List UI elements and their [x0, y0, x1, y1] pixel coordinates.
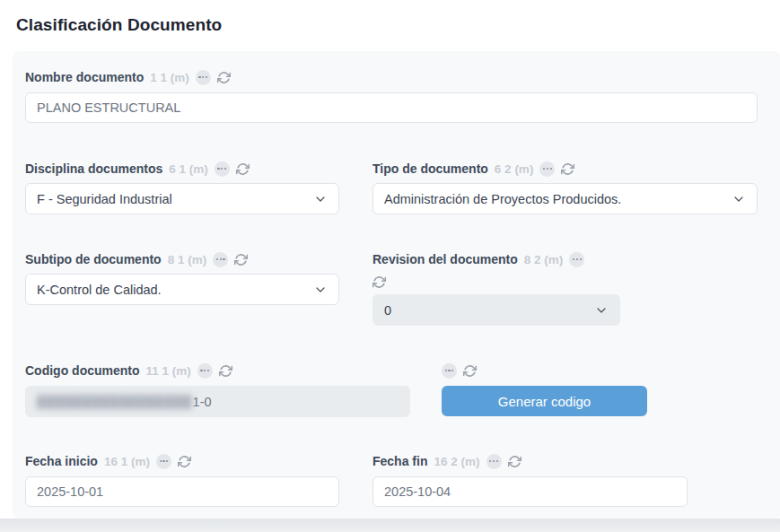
fecha-inicio-label-row: Fecha inicio 16 1 (m) [25, 453, 191, 469]
codigo-meta: 11 1 (m) [146, 364, 191, 378]
revision-meta: 8 2 (m) [524, 253, 564, 266]
tipo-more-options-icon[interactable] [539, 161, 555, 177]
chevron-down-icon [594, 303, 609, 318]
chevron-down-icon [732, 192, 746, 206]
revision-label: Revision del documento [372, 252, 518, 266]
tipo-label-row: Tipo de documento 6 2 (m) [372, 161, 574, 177]
tipo-meta: 6 2 (m) [495, 162, 534, 176]
nombre-label: Nombre documento [25, 70, 144, 84]
chevron-down-icon [313, 192, 328, 206]
revision-refresh-icon[interactable] [372, 275, 386, 289]
disciplina-select[interactable]: F - Seguridad Industrial [25, 183, 339, 214]
tipo-refresh-icon[interactable] [561, 162, 574, 176]
nombre-label-row: Nombre documento 1 1 (m) [25, 69, 231, 85]
disciplina-label: Disciplina documentos [25, 161, 162, 176]
disciplina-meta: 6 1 (m) [169, 162, 208, 176]
page-title: Clasificación Documento [16, 15, 222, 35]
fecha-fin-more-options-icon[interactable] [486, 454, 502, 469]
subtipo-label-row: Subtipo de documento 8 1 (m) [25, 251, 248, 267]
fecha-fin-label: Fecha fin [372, 454, 427, 468]
codigo-visible-text: 1-0 [193, 395, 212, 409]
fecha-inicio-meta: 16 1 (m) [104, 455, 150, 468]
codigo-redacted-text: █████████████████ [37, 395, 193, 408]
subtipo-selected-value: K-Control de Calidad. [37, 283, 162, 297]
revision-label-row: Revision del documento 8 2 (m) [372, 251, 584, 267]
disciplina-more-options-icon[interactable] [215, 161, 230, 177]
disciplina-label-row: Disciplina documentos 6 1 (m) [25, 161, 250, 177]
codigo-refresh-icon[interactable] [219, 364, 232, 378]
generar-refresh-icon[interactable] [463, 364, 477, 378]
codigo-input[interactable]: █████████████████1-0 [25, 386, 410, 417]
clasificacion-card: Nombre documento 1 1 (m) Disciplina docu… [13, 51, 780, 519]
fecha-inicio-label: Fecha inicio [25, 454, 98, 468]
page-bottom-edge [0, 519, 780, 532]
fecha-fin-label-row: Fecha fin 16 2 (m) [372, 453, 521, 469]
revision-more-options-icon[interactable] [569, 252, 584, 267]
nombre-meta: 1 1 (m) [150, 71, 189, 84]
chevron-down-icon [313, 283, 328, 297]
subtipo-label: Subtipo de documento [25, 252, 162, 266]
fecha-inicio-input[interactable] [25, 476, 339, 507]
revision-select[interactable]: 0 [372, 294, 620, 326]
subtipo-refresh-icon[interactable] [234, 253, 248, 266]
tipo-select[interactable]: Administración de Proyectos Producidos. [372, 183, 758, 214]
subtipo-select[interactable]: K-Control de Calidad. [25, 274, 339, 305]
subtipo-meta: 8 1 (m) [168, 253, 207, 266]
disciplina-refresh-icon[interactable] [236, 162, 250, 176]
subtipo-more-options-icon[interactable] [213, 252, 228, 267]
codigo-label-row: Codigo documento 11 1 (m) [25, 362, 232, 379]
codigo-label: Codigo documento [25, 363, 140, 378]
tipo-selected-value: Administración de Proyectos Producidos. [384, 192, 621, 206]
generar-more-options-icon[interactable] [442, 363, 457, 379]
fecha-fin-meta: 16 2 (m) [434, 455, 479, 468]
nombre-more-options-icon[interactable] [196, 70, 211, 85]
generar-icons-row [442, 362, 477, 379]
fecha-fin-refresh-icon[interactable] [508, 455, 521, 468]
nombre-refresh-icon[interactable] [217, 71, 231, 84]
tipo-label: Tipo de documento [372, 161, 488, 176]
generar-codigo-button[interactable]: Generar codigo [442, 386, 647, 416]
fecha-inicio-refresh-icon[interactable] [178, 455, 191, 468]
disciplina-selected-value: F - Seguridad Industrial [37, 192, 172, 206]
fecha-inicio-more-options-icon[interactable] [156, 454, 171, 469]
codigo-more-options-icon[interactable] [197, 363, 213, 379]
nombre-input[interactable] [25, 92, 758, 123]
fecha-fin-input[interactable] [372, 476, 688, 507]
revision-selected-value: 0 [384, 303, 391, 318]
